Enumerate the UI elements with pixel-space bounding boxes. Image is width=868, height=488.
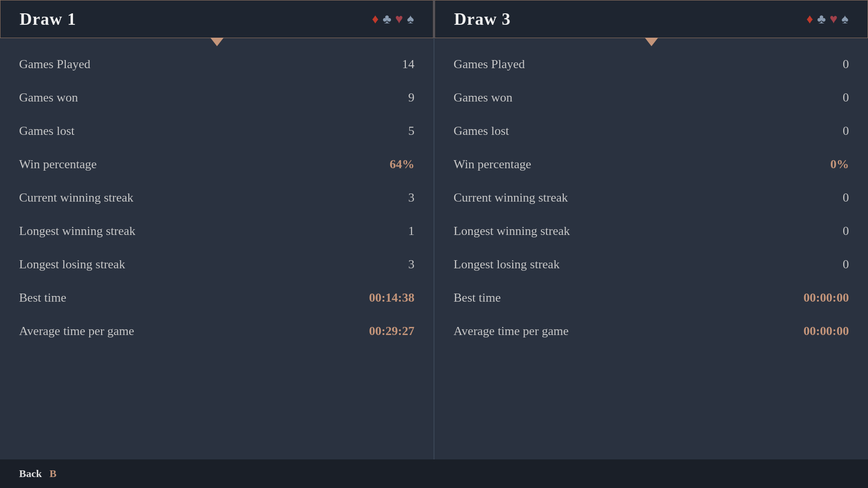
stat-label: Longest losing streak [454, 257, 559, 272]
stat-value: 9 [408, 91, 414, 105]
stat-label: Average time per game [19, 324, 134, 338]
stat-row: Win percentage0% [454, 148, 849, 181]
stat-label: Games lost [454, 124, 509, 138]
draw1-stats-list: Games Played14Games won9Games lost5Win p… [0, 38, 434, 459]
stat-row: Games Played14 [19, 48, 414, 81]
draw3-suits: ♦ ♣ ♥ ♠ [806, 11, 848, 27]
stat-value: 64% [390, 157, 414, 172]
diamond-icon: ♦ [806, 11, 813, 27]
stat-value: 0 [843, 257, 849, 272]
stat-label: Win percentage [454, 157, 531, 172]
stat-row: Games won9 [19, 81, 414, 114]
stat-label: Current winning streak [19, 191, 134, 205]
stat-value: 00:29:27 [369, 324, 414, 338]
stat-label: Games won [19, 91, 78, 105]
stat-row: Longest winning streak1 [19, 214, 414, 248]
stat-row: Longest losing streak0 [454, 248, 849, 281]
draw1-header: Draw 1 ♦ ♣ ♥ ♠ [0, 0, 434, 38]
bottom-bar: Back B [0, 459, 868, 488]
back-key: B [50, 468, 57, 480]
stat-row: Games won0 [454, 81, 849, 114]
draw3-title: Draw 3 [454, 9, 511, 29]
stat-row: Games Played0 [454, 48, 849, 81]
stat-row: Average time per game00:00:00 [454, 315, 849, 348]
stat-value: 0 [843, 224, 849, 238]
stat-value: 5 [408, 124, 414, 138]
stat-value: 3 [408, 257, 414, 272]
stat-row: Longest winning streak0 [454, 214, 849, 248]
stat-label: Win percentage [19, 157, 97, 172]
heart-icon: ♥ [830, 11, 838, 27]
stat-value: 0 [843, 91, 849, 105]
stat-label: Games Played [19, 57, 90, 71]
draw3-panel: Draw 3 ♦ ♣ ♥ ♠ Games Played0Games won0Ga… [434, 0, 868, 459]
diamond-icon: ♦ [372, 11, 379, 27]
stat-row: Current winning streak0 [454, 181, 849, 214]
draw1-panel: Draw 1 ♦ ♣ ♥ ♠ Games Played14Games won9G… [0, 0, 434, 459]
stat-value: 0 [843, 57, 849, 71]
club-icon: ♣ [817, 11, 826, 27]
stat-label: Longest winning streak [19, 224, 135, 238]
stat-label: Longest winning streak [454, 224, 570, 238]
spade-icon: ♠ [841, 11, 848, 27]
stat-value: 00:00:00 [804, 291, 849, 305]
stat-label: Average time per game [454, 324, 568, 338]
stat-row: Win percentage64% [19, 148, 414, 181]
stat-value: 14 [402, 57, 414, 71]
stat-value: 00:00:00 [804, 324, 849, 338]
stat-value: 0% [830, 157, 849, 172]
stat-value: 3 [408, 191, 414, 205]
draw1-title: Draw 1 [20, 9, 76, 29]
stat-row: Longest losing streak3 [19, 248, 414, 281]
heart-icon: ♥ [395, 11, 403, 27]
stat-label: Games lost [19, 124, 74, 138]
draw1-suits: ♦ ♣ ♥ ♠ [372, 11, 414, 27]
stat-label: Current winning streak [454, 191, 568, 205]
stat-label: Longest losing streak [19, 257, 125, 272]
stat-row: Current winning streak3 [19, 181, 414, 214]
stat-value: 1 [408, 224, 414, 238]
stat-value: 0 [843, 191, 849, 205]
draw3-stats-list: Games Played0Games won0Games lost0Win pe… [434, 38, 868, 459]
stat-label: Games Played [454, 57, 525, 71]
draw3-header: Draw 3 ♦ ♣ ♥ ♠ [434, 0, 868, 38]
main-content: Draw 1 ♦ ♣ ♥ ♠ Games Played14Games won9G… [0, 0, 868, 459]
stat-label: Games won [454, 91, 512, 105]
stat-row: Games lost5 [19, 114, 414, 148]
stat-label: Best time [454, 291, 501, 305]
stat-row: Best time00:00:00 [454, 281, 849, 315]
stat-label: Best time [19, 291, 66, 305]
stat-value: 00:14:38 [369, 291, 414, 305]
stat-row: Average time per game00:29:27 [19, 315, 414, 348]
stat-row: Games lost0 [454, 114, 849, 148]
stat-value: 0 [843, 124, 849, 138]
back-label: Back [19, 468, 42, 480]
spade-icon: ♠ [407, 11, 414, 27]
club-icon: ♣ [382, 11, 391, 27]
stat-row: Best time00:14:38 [19, 281, 414, 315]
